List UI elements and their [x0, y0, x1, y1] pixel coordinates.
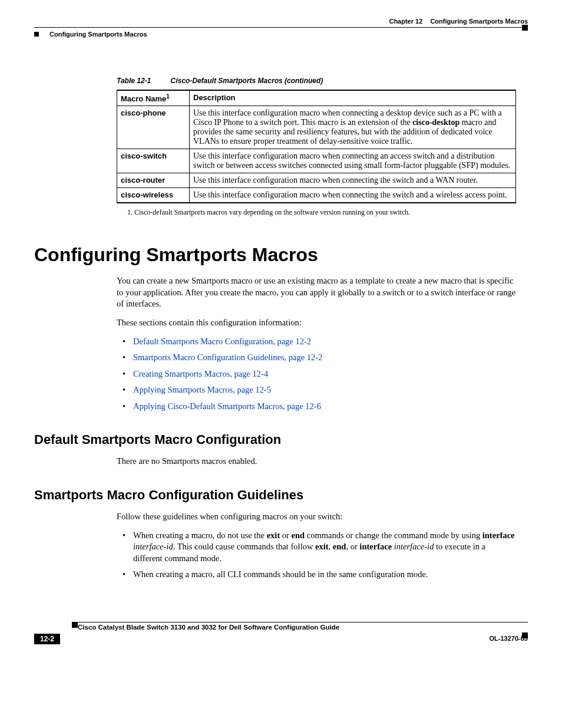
macro-name: cisco-switch	[117, 149, 190, 173]
page-footer: Cisco Catalyst Blade Switch 3130 and 303…	[34, 622, 528, 651]
list-item: When creating a macro, do not use the ex…	[117, 530, 516, 565]
subsection-heading: Default Smartports Macro Configuration	[34, 432, 516, 447]
macros-table: Macro Name1 Description cisco-phone Use …	[117, 90, 516, 203]
col-header-desc: Description	[190, 90, 516, 106]
section-intro: You can create a new Smartports macro or…	[117, 275, 516, 310]
macro-name: cisco-router	[117, 173, 190, 188]
decor-square	[34, 32, 39, 37]
running-head-left: Configuring Smartports Macros	[49, 31, 147, 38]
decor-square	[522, 633, 528, 638]
decor-square	[522, 25, 528, 31]
decor-square	[72, 622, 78, 628]
table-row: cisco-phone Use this interface configura…	[117, 106, 516, 149]
table-row: cisco-wireless Use this interface config…	[117, 188, 516, 203]
subsection-intro: Follow these guidelines when configuring…	[117, 511, 516, 523]
subsection-body: There are no Smartports macros enabled.	[117, 456, 516, 467]
xref-link[interactable]: Applying Cisco-Default Smartports Macros…	[133, 401, 321, 411]
section-links-list: Default Smartports Macro Configuration, …	[117, 336, 516, 413]
macro-name: cisco-phone	[117, 106, 190, 149]
chapter-title: Configuring Smartports Macros	[430, 18, 528, 25]
page-number: 12-2	[34, 634, 60, 644]
macro-desc: Use this interface configuration macro w…	[190, 149, 516, 173]
table-row: cisco-router Use this interface configur…	[117, 173, 516, 188]
chapter-label: Chapter 12	[389, 18, 422, 25]
section-heading: Configuring Smartports Macros	[34, 244, 516, 266]
table-footnote: 1. Cisco-default Smartports macros vary …	[127, 208, 516, 217]
table-row: cisco-switch Use this interface configur…	[117, 149, 516, 173]
table-title: Cisco-Default Smartports Macros (continu…	[171, 77, 323, 85]
table-caption: Table 12-1 Cisco-Default Smartports Macr…	[117, 77, 516, 85]
page-header: Chapter 12 Configuring Smartports Macros…	[34, 18, 528, 41]
col-header-name: Macro Name1	[117, 90, 190, 106]
list-item: When creating a macro, all CLI commands …	[117, 569, 516, 581]
subsection-heading: Smartports Macro Configuration Guideline…	[34, 487, 516, 503]
macro-name: cisco-wireless	[117, 188, 190, 203]
xref-link[interactable]: Creating Smartports Macros, page 12-4	[133, 369, 268, 378]
xref-link[interactable]: Smartports Macro Configuration Guideline…	[133, 353, 322, 362]
guidelines-list: When creating a macro, do not use the ex…	[117, 530, 516, 581]
macro-desc: Use this interface configuration macro w…	[190, 173, 516, 188]
macro-desc: Use this interface configuration macro w…	[190, 106, 516, 149]
section-list-intro: These sections contain this configuratio…	[117, 317, 516, 329]
xref-link[interactable]: Default Smartports Macro Configuration, …	[133, 337, 311, 346]
xref-link[interactable]: Applying Smartports Macros, page 12-5	[133, 385, 271, 394]
footer-guide-title: Cisco Catalyst Blade Switch 3130 and 303…	[78, 624, 528, 631]
macro-desc: Use this interface configuration macro w…	[190, 188, 516, 203]
table-number: Table 12-1	[117, 77, 151, 85]
